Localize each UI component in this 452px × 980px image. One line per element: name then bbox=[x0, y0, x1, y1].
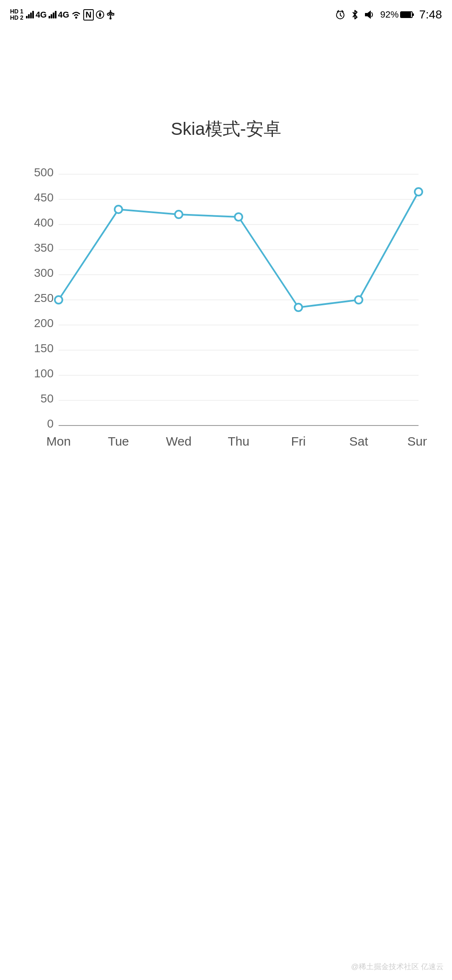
signal-icons: 4G 4G N bbox=[26, 9, 115, 21]
data-point-sat bbox=[355, 296, 362, 304]
svg-text:250: 250 bbox=[34, 291, 54, 304]
svg-point-8 bbox=[109, 18, 111, 20]
svg-text:Sun: Sun bbox=[407, 434, 427, 448]
svg-marker-2 bbox=[99, 12, 101, 18]
svg-text:500: 500 bbox=[34, 166, 54, 179]
svg-text:0: 0 bbox=[47, 417, 54, 430]
svg-text:300: 300 bbox=[34, 266, 54, 279]
signal-4g2-icon bbox=[49, 11, 56, 18]
svg-point-6 bbox=[107, 13, 109, 15]
svg-text:Tue: Tue bbox=[108, 434, 129, 448]
4g-label: 4G bbox=[36, 10, 47, 20]
data-point-fri bbox=[295, 304, 302, 311]
compass-icon bbox=[95, 10, 105, 19]
usb-icon bbox=[106, 9, 115, 20]
svg-rect-7 bbox=[112, 13, 114, 15]
svg-rect-14 bbox=[365, 13, 367, 16]
status-bar: HD 1 HD 2 4G 4G bbox=[0, 0, 452, 29]
status-left: HD 1 HD 2 4G 4G bbox=[10, 8, 115, 21]
alarm-icon bbox=[335, 9, 346, 20]
wifi-icon bbox=[71, 10, 82, 19]
chart-svg: 500 450 400 350 300 250 200 150 100 50 0… bbox=[25, 166, 427, 467]
svg-rect-17 bbox=[401, 12, 411, 17]
status-right: 92% 7:48 bbox=[335, 8, 442, 21]
svg-text:450: 450 bbox=[34, 191, 54, 204]
svg-text:Sat: Sat bbox=[349, 434, 368, 448]
svg-text:150: 150 bbox=[34, 342, 54, 355]
bluetooth-icon bbox=[351, 9, 359, 21]
svg-text:Fri: Fri bbox=[291, 434, 306, 448]
svg-marker-15 bbox=[367, 10, 371, 19]
svg-text:400: 400 bbox=[34, 216, 54, 229]
battery-icon: 92% bbox=[380, 9, 414, 20]
svg-text:200: 200 bbox=[34, 317, 54, 330]
data-point-wed bbox=[175, 211, 182, 218]
watermark: @稀土掘金技术社区 亿速云 bbox=[351, 962, 444, 972]
data-point-tue bbox=[115, 206, 122, 213]
hd-indicator: HD 1 HD 2 bbox=[10, 8, 23, 21]
volume-icon bbox=[364, 9, 375, 20]
data-point-sun bbox=[415, 188, 422, 196]
4g2-label: 4G bbox=[58, 10, 69, 20]
svg-line-11 bbox=[340, 15, 342, 16]
chart-wrapper: Skia模式-安卓 500 450 400 bbox=[0, 117, 452, 469]
svg-text:50: 50 bbox=[41, 392, 54, 405]
chart-area: 500 450 400 350 300 250 200 150 100 50 0… bbox=[25, 166, 427, 469]
signal-4g-icon bbox=[26, 11, 34, 18]
svg-text:Wed: Wed bbox=[166, 434, 191, 448]
chart-title: Skia模式-安卓 bbox=[171, 117, 281, 141]
svg-point-0 bbox=[75, 17, 77, 19]
svg-text:Thu: Thu bbox=[228, 434, 249, 448]
data-point-mon bbox=[55, 296, 62, 304]
nfc-icon: N bbox=[83, 9, 93, 21]
svg-text:Mon: Mon bbox=[46, 434, 71, 448]
status-time: 7:48 bbox=[419, 8, 442, 21]
svg-text:100: 100 bbox=[34, 367, 54, 380]
battery-shape bbox=[400, 11, 414, 18]
data-point-thu bbox=[235, 213, 242, 221]
svg-text:350: 350 bbox=[34, 241, 54, 254]
svg-rect-18 bbox=[413, 13, 414, 16]
